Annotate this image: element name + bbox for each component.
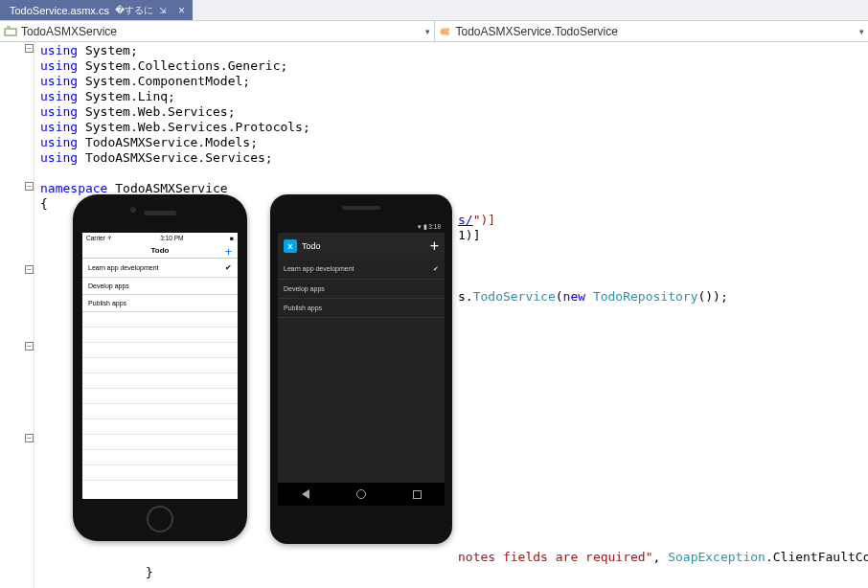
- code-text: System.Linq: [85, 89, 168, 103]
- namespace-icon: [4, 25, 17, 38]
- pin-icon[interactable]: �するに: [115, 4, 153, 17]
- code-text: notes fields are required": [458, 550, 653, 564]
- ios-title-label: Todo: [151, 246, 170, 255]
- chevron-down-icon: ▾: [425, 27, 430, 36]
- list-item[interactable]: Learn app development✔: [82, 259, 238, 278]
- chevron-down-icon: ▾: [859, 27, 864, 36]
- phone-camera: [130, 207, 136, 213]
- status-icons: ▾ ▮ 3:18: [418, 223, 441, 231]
- android-title-label: Todo: [302, 241, 425, 251]
- code-text: System.ComponentModel: [85, 74, 242, 88]
- svg-point-4: [445, 32, 449, 35]
- android-nav-bar: [278, 483, 445, 506]
- code-text: ,: [653, 550, 669, 564]
- code-text: TodoRepository: [593, 289, 698, 304]
- list-item[interactable]: Develop apps: [82, 278, 238, 295]
- class-icon: [439, 25, 452, 38]
- status-battery-icon: ■: [230, 235, 234, 241]
- keyword: using: [40, 150, 78, 165]
- list-item-label: Learn app development: [284, 265, 354, 273]
- code-text: 1)]: [458, 228, 480, 242]
- list-item[interactable]: Publish apps: [278, 299, 445, 318]
- code-text: System.Web.Services: [85, 104, 228, 119]
- outline-collapse-toggle[interactable]: −: [25, 182, 34, 191]
- close-icon[interactable]: ×: [178, 4, 185, 17]
- list-item-label: Publish apps: [284, 305, 322, 311]
- keyword: using: [40, 89, 78, 103]
- svg-point-3: [445, 28, 449, 32]
- recent-apps-icon[interactable]: [413, 490, 422, 499]
- android-mockup: ▾ ▮ 3:18 X Todo + Learn app development✔…: [270, 194, 452, 544]
- code-nav-bar: TodoASMXService ▾ TodoASMXService.TodoSe…: [0, 21, 868, 42]
- code-text: TodoASMXService.Services: [85, 150, 265, 165]
- outline-collapse-toggle[interactable]: −: [25, 44, 34, 53]
- svg-rect-0: [5, 29, 16, 35]
- iphone-mockup: Carrier ᯤ 3:10 PM ■ Todo + Learn app dev…: [73, 194, 247, 541]
- list-item[interactable]: Publish apps: [82, 295, 238, 312]
- class-label: TodoASMXService.TodoService: [456, 25, 618, 38]
- editor-gutter: − − − − −: [0, 42, 34, 588]
- code-text: SoapException: [668, 550, 765, 564]
- code-text: .ClientFaultCode);: [765, 550, 868, 564]
- outline-collapse-toggle[interactable]: −: [25, 342, 34, 351]
- home-icon[interactable]: [356, 489, 366, 499]
- ios-status-bar: Carrier ᯤ 3:10 PM ■: [82, 233, 238, 243]
- code-text: {: [40, 196, 48, 211]
- code-text: TodoASMXService: [115, 181, 227, 195]
- keyword: using: [40, 43, 78, 57]
- ios-navbar: Todo +: [82, 243, 238, 259]
- add-button[interactable]: +: [430, 237, 439, 255]
- android-status-bar: ▾ ▮ 3:18: [278, 221, 445, 233]
- code-text: TodoService: [473, 289, 556, 304]
- outline-collapse-toggle[interactable]: −: [25, 434, 34, 442]
- check-icon: ✔: [433, 265, 439, 273]
- code-text: TodoASMXService.Models: [85, 135, 250, 149]
- code-text: s.: [458, 289, 473, 304]
- document-tab-active[interactable]: TodoService.asmx.cs �するに ⇲ ×: [0, 0, 193, 20]
- keyword: using: [40, 58, 78, 73]
- back-icon[interactable]: [302, 489, 309, 499]
- phone-speaker: [342, 206, 380, 210]
- keyword: namespace: [40, 181, 107, 195]
- list-item-label: Develop apps: [88, 283, 129, 289]
- keyword: using: [40, 104, 78, 119]
- pin-icon[interactable]: ⇲: [159, 6, 167, 15]
- code-text: System: [85, 43, 130, 57]
- tab-filename: TodoService.asmx.cs: [10, 5, 109, 16]
- code-text: ());: [697, 289, 727, 304]
- add-button[interactable]: +: [225, 245, 232, 259]
- list-item[interactable]: Develop apps: [278, 280, 445, 299]
- namespace-dropdown[interactable]: TodoASMXService ▾: [0, 21, 435, 41]
- phone-speaker: [144, 211, 176, 215]
- keyword: using: [40, 120, 78, 134]
- android-screen: ▾ ▮ 3:18 X Todo + Learn app development✔…: [278, 221, 445, 506]
- code-text: System.Collections.Generic: [85, 58, 281, 73]
- code-text: System.Web.Services.Protocols: [85, 120, 303, 134]
- status-time: 3:10 PM: [160, 235, 183, 241]
- document-tab-bar: TodoService.asmx.cs �するに ⇲ ×: [0, 0, 868, 21]
- home-button: [147, 506, 173, 532]
- android-appbar: X Todo +: [278, 233, 445, 260]
- list-item-label: Learn app development: [88, 264, 159, 271]
- namespace-label: TodoASMXService: [21, 25, 117, 38]
- app-logo-icon: X: [284, 239, 297, 253]
- outline-collapse-toggle[interactable]: −: [25, 265, 34, 274]
- code-text: }: [146, 565, 153, 579]
- list-item-label: Publish apps: [88, 300, 126, 306]
- code-text: (: [556, 289, 563, 304]
- phone-mockups-overlay: Carrier ᯤ 3:10 PM ■ Todo + Learn app dev…: [73, 194, 452, 544]
- keyword: using: [40, 135, 78, 149]
- iphone-screen: Carrier ᯤ 3:10 PM ■ Todo + Learn app dev…: [82, 233, 238, 499]
- list-item[interactable]: Learn app development✔: [278, 260, 445, 280]
- keyword: new: [563, 289, 585, 304]
- code-text: s/: [458, 213, 473, 227]
- keyword: using: [40, 74, 78, 88]
- code-text: ")]: [473, 213, 495, 227]
- status-carrier: Carrier ᯤ: [86, 235, 114, 241]
- check-icon: ✔: [225, 263, 232, 272]
- class-dropdown[interactable]: TodoASMXService.TodoService ▾: [435, 21, 869, 41]
- svg-rect-1: [7, 26, 11, 29]
- list-item-label: Develop apps: [284, 285, 325, 292]
